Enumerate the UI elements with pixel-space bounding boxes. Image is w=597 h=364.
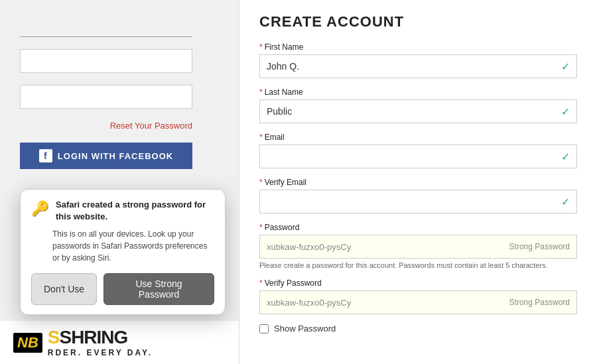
last-name-group: *Last Name ✓ [259,88,577,123]
email-label: *Email [259,133,577,142]
popup-buttons: Don't Use Use Strong Password [31,273,214,305]
verify-email-group: *Verify Email ✓ [259,178,577,213]
password-group: *Password Strong Password Please create … [259,223,577,269]
verify-email-check-icon: ✓ [561,196,570,208]
required-star: * [259,133,263,142]
top-input-box-1[interactable] [20,49,192,73]
required-star: * [259,223,263,232]
show-password-row: Show Password [259,324,577,334]
nb-logo: NB [13,333,42,353]
brand-text-label: SHRING [59,327,127,347]
first-name-label: *First Name [259,42,577,52]
verify-password-group: *Verify Password Strong Password [259,278,577,314]
password-input-wrapper: Strong Password [259,235,577,259]
strong-password-label: Strong Password [509,242,570,251]
popup-title: Safari created a strong password for thi… [56,199,214,223]
dont-use-button[interactable]: Don't Use [31,273,97,305]
email-input[interactable] [260,145,576,168]
last-name-check-icon: ✓ [561,105,570,118]
facebook-icon: f [39,149,52,162]
password-label: *Password [259,223,577,232]
top-input-line-1 [20,13,192,37]
last-name-label: *Last Name [259,88,577,97]
verify-strong-password-label: Strong Password [509,298,570,307]
last-name-input-wrapper: ✓ [259,99,577,123]
use-strong-password-button[interactable]: Use Strong Password [103,273,214,305]
verify-password-label: *Verify Password [259,278,577,288]
required-star: * [259,178,263,187]
left-panel: Reset Your Password f LOGIN WITH FACEBOO… [0,0,239,364]
email-input-wrapper: ✓ [259,145,577,168]
safari-password-popup: 🔑 Safari created a strong password for t… [20,189,226,315]
right-panel: CREATE ACCOUNT *First Name ✓ *Last Name … [239,0,597,364]
email-check-icon: ✓ [561,151,570,163]
required-star: * [259,88,263,97]
popup-body: This is on all your devices. Look up you… [31,228,214,264]
verify-password-input-wrapper: Strong Password [259,290,577,314]
brand-subtext: RDER. EVERY DAY. [48,348,153,357]
facebook-button-label: LOGIN WITH FACEBOOK [58,151,173,161]
key-icon: 🔑 [31,200,49,217]
reset-password-link[interactable]: Reset Your Password [20,121,192,131]
top-input-box-2[interactable] [20,85,192,109]
first-name-input-wrapper: ✓ [259,54,577,78]
first-name-group: *First Name ✓ [259,42,577,78]
required-star: * [259,42,263,52]
show-password-label: Show Password [274,324,336,334]
brand-headline: SSHRING [48,328,153,348]
first-name-check-icon: ✓ [561,60,570,73]
verify-email-label: *Verify Email [259,178,577,187]
brand-area: NB SSHRING RDER. EVERY DAY. [0,321,239,364]
facebook-login-button[interactable]: f LOGIN WITH FACEBOOK [20,143,192,169]
show-password-checkbox[interactable] [259,324,269,334]
required-star: * [259,278,263,288]
verify-email-input-wrapper: ✓ [259,190,577,213]
first-name-input[interactable] [260,55,576,78]
password-hint: Please create a password for this accoun… [259,261,577,269]
email-group: *Email ✓ [259,133,577,168]
verify-email-input[interactable] [260,190,576,213]
last-name-input[interactable] [260,100,576,123]
popup-header: 🔑 Safari created a strong password for t… [31,199,214,223]
page-title: CREATE ACCOUNT [259,13,577,30]
